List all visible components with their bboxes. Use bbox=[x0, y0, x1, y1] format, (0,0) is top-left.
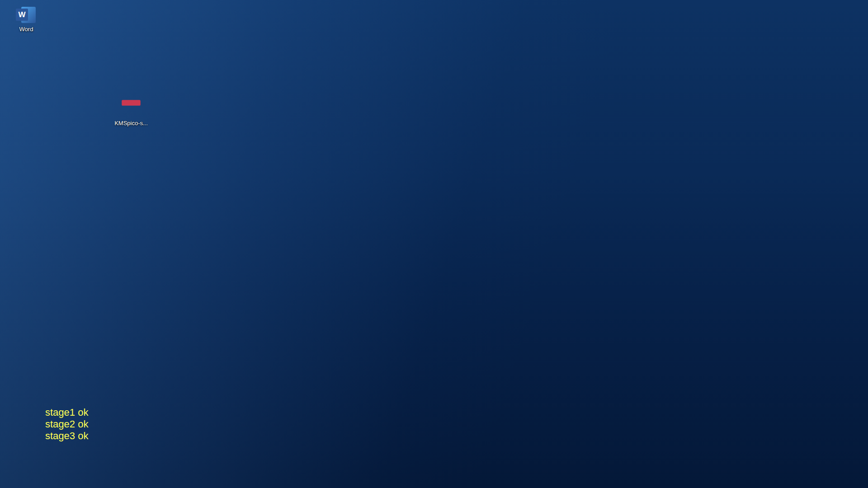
desktop: WWordKMSpico-s... bbox=[0, 0, 868, 488]
word-icon: W bbox=[16, 5, 37, 24]
desktop-icon-label: KMSpico-s... bbox=[106, 120, 156, 127]
desktop-icon-word[interactable]: WWord bbox=[1, 5, 51, 33]
desktop-icon-kmspico-archive[interactable]: KMSpico-s... bbox=[106, 98, 156, 127]
kmspico-archive-icon bbox=[106, 98, 156, 118]
wallpaper-beam bbox=[0, 0, 868, 488]
desktop-icon-label: Word bbox=[1, 26, 51, 33]
error-output: stage1 ok stage2 ok stage3 ok bbox=[45, 407, 88, 442]
